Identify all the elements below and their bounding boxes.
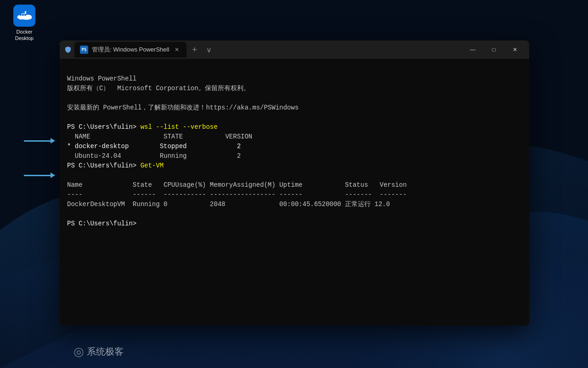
header-line1: Windows PowerShell [67,75,136,82]
terminal-window: PS 管理员: Windows PowerShell ✕ + ∨ — □ ✕ W… [60,40,529,326]
svg-rect-7 [21,12,23,13]
new-tab-button[interactable]: + [188,45,201,55]
svg-rect-4 [20,14,22,16]
arrow-1 [24,140,51,142]
docker-desktop-image [13,5,35,27]
close-button[interactable]: ✕ [504,42,526,57]
minimize-button[interactable]: — [462,42,483,57]
powershell-tab-icon: PS [80,46,88,54]
title-bar: PS 管理员: Windows PowerShell ✕ + ∨ — □ ✕ [60,40,529,59]
col-name-header: NAME STATE VERSION [75,133,252,140]
watermark-icon: ◎ [74,345,84,359]
arrow-2 [24,175,51,176]
shield-icon [63,45,73,54]
wsl-command: wsl --list --verbose [141,123,218,131]
svg-rect-5 [22,14,24,16]
tab-dropdown-button[interactable]: ∨ [203,46,215,54]
terminal-content[interactable]: Windows PowerShell 版权所有（C） Microsoft Cor… [60,59,529,326]
tab-close-button[interactable]: ✕ [173,46,181,54]
docker-desktop-label: Docker Desktop [8,29,40,42]
title-bar-left: PS 管理员: Windows PowerShell ✕ + ∨ [63,42,462,58]
wsl-row2: Ubuntu-24.04 Running 2 [67,152,241,160]
getvm-row1: DockerDesktopVM Running 0 2048 00:00:45.… [67,201,390,208]
header-line2: 版权所有（C） Microsoft Corporation。保留所有权利。 [67,85,250,92]
watermark: ◎ 系统极客 [74,345,124,359]
wsl-prompt: PS C:\Users\fulin> wsl --list --verbose [67,123,218,131]
header-line4: 安装最新的 PowerShell，了解新功能和改进！https://aka.ms… [67,104,299,111]
powershell-tab[interactable]: PS 管理员: Windows PowerShell ✕ [74,42,187,58]
getvm-prompt: PS C:\Users\fulin> Get-VM [67,162,164,169]
svg-rect-6 [24,14,26,16]
wsl-row1: * docker-desktop Stopped 2 [67,143,241,150]
title-bar-controls: — □ ✕ [462,42,526,57]
final-prompt: PS C:\Users\fulin> [67,220,141,227]
docker-desktop-icon[interactable]: Docker Desktop [8,5,40,42]
getvm-col-sep: ---- ------ ----------- ----------------… [67,191,407,198]
tab-title: 管理员: Windows PowerShell [92,46,169,54]
watermark-text: 系统极客 [87,345,124,358]
getvm-col-headers: Name State CPUUsage(%) MemoryAssigned(M)… [67,181,407,189]
maximize-button[interactable]: □ [483,42,504,57]
wsl-header: NAME STATE VERSION [67,133,252,140]
svg-rect-8 [23,12,25,13]
